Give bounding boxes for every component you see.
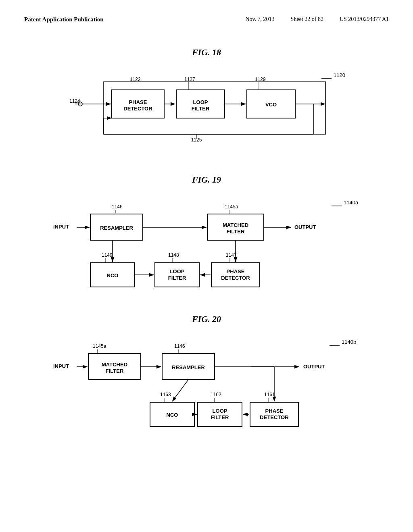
fig19-section: FIG. 19 1140a INPUT	[24, 175, 389, 290]
fig20-output-label: OUTPUT	[303, 364, 325, 370]
fig18-loop-filter-label2: FILTER	[192, 106, 210, 112]
fig18-loop-filter-label: LOOP	[193, 99, 208, 105]
fig19-label-1148: 1148	[168, 252, 179, 258]
fig19-output-label: OUTPUT	[294, 224, 316, 230]
fig20-pd-label2: DETECTOR	[260, 414, 289, 420]
page-header: Patent Application Publication Nov. 7, 2…	[24, 16, 389, 23]
fig20-section: FIG. 20 1140b INPUT 1145a MATCHED FILTER	[24, 314, 389, 429]
fig18-phase-detector-label2: DETECTOR	[123, 106, 152, 112]
fig20-mf-label2: FILTER	[106, 368, 124, 374]
fig20-lf-label2: FILTER	[211, 414, 229, 420]
fig19-resampler-label: RESAMPLER	[100, 225, 133, 231]
fig20-label-1140b: 1140b	[342, 339, 356, 345]
fig20-nco-label: NCO	[167, 412, 178, 418]
fig18-label-1122: 1122	[130, 77, 141, 82]
fig18-diagram: 1120 1122 PHASE DETECTOR 1127 LOOP FILTE…	[55, 70, 358, 150]
header-date: Nov. 7, 2013	[245, 16, 274, 23]
fig19-nco-label: NCO	[107, 272, 119, 278]
header-patent-number: US 2013/0294377 A1	[340, 16, 389, 23]
fig19-input-label: INPUT	[53, 224, 69, 230]
fig18-title: FIG. 18	[24, 47, 389, 58]
fig19-pd-label1: PHASE	[227, 268, 245, 274]
fig20-label-1146: 1146	[174, 343, 185, 349]
fig20-arrow-down1	[172, 380, 188, 401]
fig19-lf-label1: LOOP	[170, 268, 185, 274]
fig18-label-1129: 1129	[255, 77, 266, 82]
fig19-label-1145a: 1145a	[225, 204, 238, 210]
fig20-title: FIG. 20	[24, 314, 389, 324]
fig19-mf-label1: MATCHED	[223, 222, 248, 228]
fig20-lf-label1: LOOP	[213, 408, 227, 414]
fig19-mf-label2: FILTER	[227, 229, 245, 235]
fig18-label-1120: 1120	[334, 72, 345, 78]
fig19-lf-label2: FILTER	[168, 275, 186, 281]
fig20-pd-label1: PHASE	[265, 408, 284, 414]
fig20-label-1145a: 1145a	[93, 343, 106, 349]
fig18-label-1124: 1124	[69, 98, 80, 104]
fig19-label-1140a: 1140a	[344, 200, 359, 206]
fig19-label-1149: 1149	[102, 252, 113, 258]
fig20-label-1161: 1161	[264, 392, 275, 397]
fig20-input-label: INPUT	[53, 363, 69, 369]
fig19-label-1147: 1147	[226, 252, 237, 258]
fig20-diagram: 1140b INPUT 1145a MATCHED FILTER 1146 RE…	[49, 337, 364, 429]
publication-title: Patent Application Publication	[24, 16, 104, 23]
fig19-pd-label2: DETECTOR	[221, 275, 250, 281]
fig18-vco-label: VCO	[265, 102, 277, 108]
fig19-diagram: 1140a INPUT 1146 RESAMPLER 1145a MATCHED…	[49, 197, 364, 290]
fig18-section: FIG. 18 1120 1122 PHASE DETECTOR	[24, 47, 389, 150]
fig20-mf-label1: MATCHED	[102, 362, 127, 368]
fig18-phase-detector-label: PHASE	[129, 99, 147, 105]
fig19-title: FIG. 19	[24, 175, 389, 185]
fig20-resampler-label: RESAMPLER	[172, 364, 205, 370]
page: Patent Application Publication Nov. 7, 2…	[0, 0, 413, 532]
header-sheet: Sheet 22 of 82	[291, 16, 323, 23]
fig18-label-1127: 1127	[184, 77, 195, 82]
fig20-label-1162: 1162	[211, 392, 221, 397]
fig19-label-1146: 1146	[112, 204, 123, 210]
header-meta: Nov. 7, 2013 Sheet 22 of 82 US 2013/0294…	[245, 16, 389, 23]
fig20-label-1163: 1163	[160, 392, 171, 397]
